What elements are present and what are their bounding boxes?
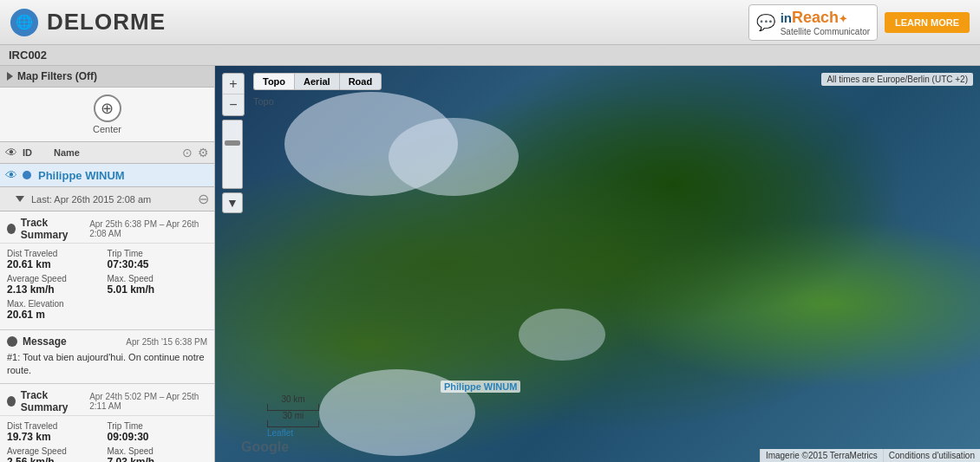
- trip-time2-value: 09:09:30: [108, 431, 208, 443]
- center-button[interactable]: ⊕: [94, 94, 121, 122]
- map-down-button[interactable]: ▼: [222, 192, 243, 213]
- avg-speed2-value: 2.56 km/h: [7, 456, 108, 462]
- user-dot: [23, 171, 31, 179]
- dist2-value: 19.73 km: [7, 431, 108, 443]
- dist-value: 20.61 km: [7, 258, 108, 270]
- max-speed2-stat: Max. Speed 7.03 km/h: [108, 446, 208, 462]
- message-date: Apr 25th '15 6:38 PM: [126, 337, 207, 347]
- stats-row-2: Average Speed 2.13 km/h Max. Speed 5.01 …: [7, 274, 207, 296]
- max-elev-label: Max. Elevation: [7, 299, 207, 309]
- zoom-slider[interactable]: [222, 120, 243, 189]
- circle-icon[interactable]: ⊙: [182, 146, 193, 159]
- center-label: Center: [93, 124, 121, 134]
- message-body: #1: Tout va bien aujourd'hui. On continu…: [7, 351, 207, 378]
- collapse-icon: [16, 196, 24, 202]
- user-eye-icon: 👁: [5, 168, 17, 182]
- zoom-out-button[interactable]: −: [223, 94, 244, 115]
- track-summary-1-title: Track Summary: [21, 217, 84, 241]
- app-title: DELORME: [47, 9, 166, 36]
- message-title: Message: [23, 335, 67, 348]
- stats2-row-1: Dist Traveled 19.73 km Trip Time 09:09:3…: [7, 421, 207, 443]
- col-name-label: Name: [54, 147, 177, 158]
- snow-patch: [519, 309, 605, 361]
- tab-topo[interactable]: Topo: [253, 73, 294, 90]
- timezone-info: All times are Europe/Berlin (UTC +2): [821, 73, 973, 86]
- center-btn-area: ⊕ Center: [0, 88, 214, 142]
- track-summary-2-header: Track Summary Apr 24th 5:02 PM – Apr 25t…: [0, 384, 214, 416]
- message-header: Message Apr 25th '15 6:38 PM: [7, 335, 207, 348]
- max-speed-stat: Max. Speed 5.01 km/h: [108, 274, 208, 296]
- avg-speed-label: Average Speed: [7, 274, 108, 283]
- user-row[interactable]: 👁 Philippe WINUM: [0, 164, 214, 187]
- visibility-icon: 👁: [5, 146, 17, 159]
- globe-icon: 🌐: [10, 9, 38, 36]
- conditions-attr[interactable]: Conditions d'utilisation: [883, 449, 980, 462]
- map-filters-label: Map Filters (Off): [17, 70, 97, 82]
- message-number: #1:: [7, 352, 20, 362]
- avg-speed-value: 2.13 km/h: [7, 283, 108, 296]
- expand-icon: [7, 72, 13, 81]
- dist2-label: Dist Traveled: [7, 421, 108, 431]
- minus-icon[interactable]: ⊖: [198, 191, 209, 207]
- max-speed2-value: 7.03 km/h: [108, 456, 208, 462]
- route-id: IRC002: [9, 49, 47, 62]
- map-attribution: Imagerie ©2015 TerraMetrics Conditions d…: [760, 449, 980, 462]
- trip-time2-label: Trip Time: [108, 421, 208, 431]
- track-summary-2-date: Apr 24th 5:02 PM – Apr 25th 2:11 AM: [89, 392, 207, 411]
- track-summary-1-stats: Dist Traveled 20.61 km Trip Time 07:30:4…: [0, 244, 214, 329]
- stats-row-3: Max. Elevation 20.61 m: [7, 299, 207, 321]
- user-name: Philippe WINUM: [38, 169, 209, 182]
- max-speed-label: Max. Speed: [108, 274, 208, 283]
- subheader: IRC002: [0, 45, 980, 66]
- track-summary-1: Track Summary Apr 25th 6:38 PM – Apr 26t…: [0, 211, 214, 330]
- track-summary-2-stats: Dist Traveled 19.73 km Trip Time 09:09:3…: [0, 416, 214, 462]
- google-watermark: Google: [241, 439, 289, 455]
- user-last-row: Last: Apr 26th 2015 2:08 am ⊖: [0, 187, 214, 211]
- dist-stat: Dist Traveled 20.61 km: [7, 249, 108, 270]
- stats-row-1: Dist Traveled 20.61 km Trip Time 07:30:4…: [7, 249, 207, 270]
- avg-speed2-label: Average Speed: [7, 446, 108, 456]
- zoom-in-button[interactable]: +: [223, 74, 244, 94]
- max-elev-stat: Max. Elevation 20.61 m: [7, 299, 207, 321]
- track-summary-2-title: Track Summary: [21, 389, 84, 413]
- scale-mi-label: 30 mi: [267, 411, 319, 420]
- leaflet-attribution[interactable]: Leaflet: [267, 428, 293, 438]
- topo-watermark: Topo: [253, 96, 274, 107]
- track-dot-2: [7, 396, 16, 407]
- snow-patch: [389, 118, 519, 196]
- avg-speed-stat: Average Speed 2.13 km/h: [7, 274, 108, 296]
- header-left: 🌐 DELORME: [10, 9, 166, 36]
- scale-line-km: [267, 404, 319, 411]
- inreach-text: inReach✦ Satellite Communicator: [781, 9, 870, 36]
- header-right: 💬 inReach✦ Satellite Communicator LEARN …: [748, 4, 970, 41]
- message-icon: 💬: [756, 13, 775, 32]
- tab-aerial[interactable]: Aerial: [294, 73, 339, 90]
- sidebar: Map Filters (Off) ⊕ Center 👁 ID Name ⊙ ⚙…: [0, 66, 215, 462]
- trip-time2-stat: Trip Time 09:09:30: [108, 421, 208, 443]
- dist2-stat: Dist Traveled 19.73 km: [7, 421, 108, 443]
- terra-metrics-attr: Imagerie ©2015 TerraMetrics: [760, 449, 883, 462]
- tab-road[interactable]: Road: [339, 73, 382, 90]
- gear-icon[interactable]: ⚙: [198, 146, 209, 159]
- inreach-subtitle: Satellite Communicator: [781, 27, 870, 36]
- track-summary-2: Track Summary Apr 24th 5:02 PM – Apr 25t…: [0, 384, 214, 462]
- avg-speed2-stat: Average Speed 2.56 km/h: [7, 446, 108, 462]
- zoom-thumb: [225, 140, 240, 146]
- trip-time-stat: Trip Time 07:30:45: [108, 249, 208, 270]
- last-seen-text: Last: Apr 26th 2015 2:08 am: [31, 194, 194, 205]
- zoom-controls: + −: [222, 73, 245, 116]
- map-toolbar: + − ▼: [222, 73, 245, 213]
- scale-bar: 30 km 30 mi: [267, 394, 319, 427]
- learn-more-button[interactable]: LEARN MORE: [885, 12, 970, 33]
- message-dot: [7, 336, 17, 347]
- max-speed-value: 5.01 km/h: [108, 283, 208, 296]
- track-dot: [7, 224, 16, 234]
- map-type-tabs: Topo Aerial Road: [253, 73, 382, 90]
- max-speed2-label: Max. Speed: [108, 446, 208, 456]
- stats2-row-2: Average Speed 2.56 km/h Max. Speed 7.03 …: [7, 446, 207, 462]
- inreach-badge: 💬 inReach✦ Satellite Communicator: [748, 4, 878, 41]
- trip-time-label: Trip Time: [108, 249, 208, 258]
- track-summary-1-date: Apr 25th 6:38 PM – Apr 26th 2:08 AM: [89, 219, 207, 238]
- map-filters-bar[interactable]: Map Filters (Off): [0, 66, 214, 88]
- map-container[interactable]: 📷 + − ▼ Topo Aerial Road: [215, 66, 980, 462]
